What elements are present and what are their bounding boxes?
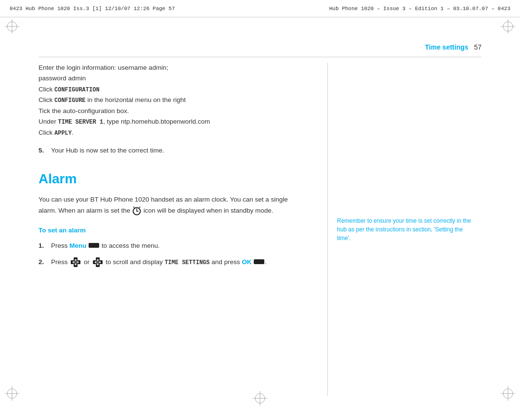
alarm-intro: You can use your BT Hub Phone 1020 hands… [39,194,303,216]
intro-line4: Click CONFIGURE in the horizontal menu o… [39,95,303,106]
reg-mark-tl [5,19,19,34]
vertical-divider [327,63,328,396]
configure-mono: CONFIGURE [54,97,86,104]
step-1-content: Press Menu to access the menu. [51,241,160,251]
intro-line1: Enter the login information: username ad… [39,63,303,73]
right-column: Remember to ensure your time is set corr… [337,216,472,242]
alarm-heading: Alarm [39,171,303,187]
svg-line-20 [139,207,140,208]
step-2-or: or [84,258,91,266]
intro-block: Enter the login information: username ad… [39,63,303,139]
step-1-num: 1. [39,241,48,251]
reg-mark-bc [253,391,267,406]
step-5-text: Your Hub is now set to the correct time. [51,145,164,156]
step-5-num: 5. [39,145,48,156]
step-2-pre: Press [51,258,69,266]
intro-line5: Tick the auto-configuration box. [39,106,303,116]
top-rule [39,57,481,57]
to-set-alarm-label: To set an alarm [39,227,303,234]
intro-line6: Under TIME SERVER 1, type ntp.homehub.bt… [39,116,303,127]
reg-mark-tr [501,19,515,34]
print-header-left: 8423 Hub Phone 1020 Iss.3 [1] 12/10/07 1… [10,6,175,12]
reg-mark-br [501,386,515,401]
page-header: Time settings 57 [425,43,481,51]
intro-line7: Click APPLY. [39,127,303,139]
print-header: 8423 Hub Phone 1020 Iss.3 [1] 12/10/07 1… [0,0,520,17]
ok-label: OK [242,258,251,266]
step-1-post: to access the menu. [102,242,160,249]
alarm-steps: 1. Press Menu to access the menu. 2. Pre… [39,241,303,268]
step-1-pre: Press [51,242,69,249]
svg-line-19 [133,207,134,208]
dpad-right-icon [92,257,103,267]
config-mono: CONFIGURATION [54,87,100,93]
left-column: Enter the login information: username ad… [39,63,313,274]
time-settings-mono: TIME SETTINGS [165,259,210,266]
step-2-post-pre: to scroll and display [106,258,165,266]
alarm-step-2: 2. Press [39,257,303,268]
step-5: 5. Your Hub is now set to the correct ti… [39,145,303,156]
sidebar-text: Remember to ensure your time is set corr… [337,217,471,242]
intro-line2: password admin [39,73,303,84]
ok-button-bar [254,259,264,264]
intro-line3: Click CONFIGURATION [39,84,303,95]
menu-label: Menu [69,242,86,249]
dpad-left-icon [70,257,81,267]
alarm-clock-icon [132,206,142,216]
alarm-step-1: 1. Press Menu to access the menu. [39,241,303,251]
page-number: 57 [474,43,481,51]
print-header-center: Hub Phone 1020 – Issue 3 – Edition 1 – 0… [329,6,510,12]
step-2-num: 2. [39,257,48,267]
alarm-section: Alarm You can use your BT Hub Phone 1020… [39,171,303,268]
timeserver-mono: TIME SERVER 1 [58,119,104,126]
step-2-content: Press or [51,257,267,268]
reg-mark-bl [5,386,19,401]
apply-mono: APPLY [54,130,72,137]
section-title: Time settings [425,43,468,51]
menu-button-bar [89,243,99,248]
